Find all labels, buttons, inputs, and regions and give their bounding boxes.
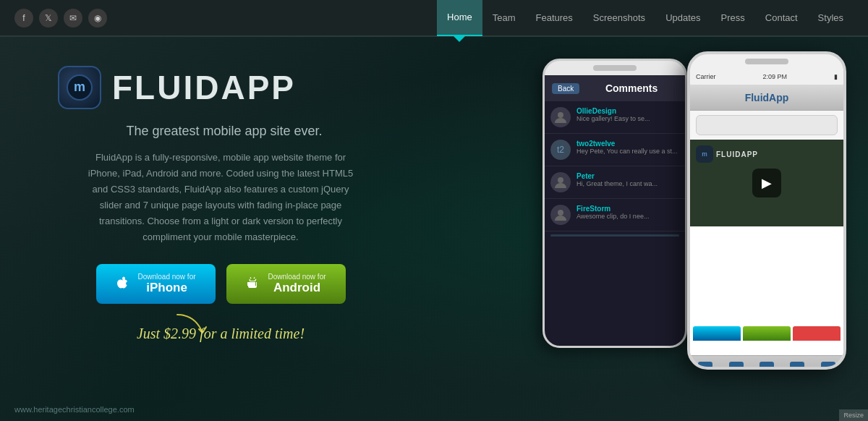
nav-active-indicator	[454, 36, 465, 42]
header: f 𝕏 ✉ ◉ Home Team Features Screenshots U…	[0, 0, 868, 37]
svg-point-4	[558, 177, 563, 183]
phone-back-screen: Back Comments OllieDesign Nice gallery! …	[545, 75, 685, 348]
nav-screenshots[interactable]: Screenshots	[583, 0, 655, 36]
main-content: m FLUIDAPP The greatest mobile app site …	[0, 37, 868, 421]
front-logo-area: m FLUIDAPP	[696, 145, 758, 163]
phone-front-screen: Carrier 2:09 PM ▮ FluidApp m FLUIDAPP ▶	[690, 69, 843, 370]
phone-back-notch	[593, 65, 637, 71]
price-note-text: Just $2.99 for a limited time!	[58, 326, 383, 342]
avatar-3	[550, 172, 571, 192]
comment-item-1: OllieDesign Nice gallery! Easy to se...	[545, 101, 685, 134]
front-app-header: FluidApp	[690, 85, 843, 111]
avatar-1	[550, 107, 571, 127]
footer-url: www.heritagechristiancollege.com	[14, 405, 135, 414]
nav-updates[interactable]: Updates	[655, 0, 710, 36]
play-button-icon[interactable]: ▶	[752, 169, 781, 197]
svg-point-2	[122, 277, 125, 281]
comment-text-3: Peter Hi, Great theme, I cant wa...	[576, 172, 679, 189]
front-app-name: FluidApp	[745, 92, 789, 103]
phone-front-mockup: Carrier 2:09 PM ▮ FluidApp m FLUIDAPP ▶	[687, 51, 846, 370]
tagline-text: The greatest mobile app site ever.	[65, 124, 383, 139]
email-icon[interactable]: ✉	[64, 9, 82, 27]
tabs-nav-icon[interactable]: ≡	[821, 362, 835, 370]
comments-screen-header: Back Comments	[545, 75, 685, 101]
nav-contact[interactable]: Contact	[755, 0, 808, 36]
resize-badge[interactable]: Resize	[839, 409, 868, 421]
twitter-icon[interactable]: 𝕏	[39, 9, 58, 27]
facebook-icon[interactable]: f	[14, 9, 33, 27]
download-buttons: Download now for iPhone Download now for…	[58, 264, 383, 304]
logo-area: m FLUIDAPP	[58, 66, 383, 109]
battery-icon: ▮	[834, 73, 838, 80]
hero-left: m FLUIDAPP The greatest mobile app site …	[0, 37, 405, 364]
ios-download-button[interactable]: Download now for iPhone	[96, 264, 216, 304]
back-button[interactable]: Back	[552, 83, 579, 94]
nav-menu: Home Team Features Screenshots Updates P…	[437, 0, 854, 36]
apple-icon	[114, 275, 131, 292]
comment-text-2: two2twelve Hey Pete, You can really use …	[576, 140, 679, 156]
nav-team[interactable]: Team	[482, 0, 526, 36]
phone-front-notch	[745, 59, 788, 64]
description-text: FluidApp is a fully-responsive, mobile a…	[83, 150, 358, 246]
app-logo-icon: m	[58, 66, 101, 109]
nav-home-wrapper: Home	[437, 0, 482, 36]
android-download-button[interactable]: Download now for Android	[226, 264, 346, 304]
phone-back-mockup: Back Comments OllieDesign Nice gallery! …	[542, 59, 687, 348]
avatar-2: t2	[550, 140, 571, 160]
comment-text-1: OllieDesign Nice gallery! Easy to se...	[576, 107, 679, 124]
ios-btn-label-small: Download now for	[138, 273, 196, 281]
social-icons-group: f 𝕏 ✉ ◉	[14, 9, 107, 27]
forward-nav-icon[interactable]: ▶	[729, 362, 744, 370]
share-nav-icon[interactable]: ↑	[760, 362, 774, 370]
android-btn-label-small: Download now for	[268, 273, 326, 281]
comments-title: Comments	[585, 82, 678, 94]
status-bar: Carrier 2:09 PM ▮	[690, 69, 843, 85]
rss-icon[interactable]: ◉	[88, 9, 107, 27]
nav-styles[interactable]: Styles	[808, 0, 854, 36]
carrier-text: Carrier	[696, 73, 716, 80]
avatar-4	[550, 205, 571, 225]
phone-mockups: Back Comments OllieDesign Nice gallery! …	[420, 37, 868, 421]
video-thumbnail[interactable]: m FLUIDAPP ▶	[690, 140, 843, 226]
svg-point-3	[558, 112, 563, 118]
front-search-bar[interactable]	[696, 115, 838, 135]
front-mini-logo-icon: m	[696, 145, 713, 163]
time-text: 2:09 PM	[762, 73, 787, 80]
nav-home[interactable]: Home	[437, 0, 482, 36]
android-icon	[244, 275, 261, 292]
scroll-indicator	[550, 234, 679, 237]
comment-item-2: t2 two2twelve Hey Pete, You can really u…	[545, 134, 685, 166]
ios-btn-label-big: iPhone	[138, 281, 196, 295]
back-nav-icon[interactable]: ◀	[698, 362, 712, 370]
comment-text-4: FireStorm Awesome clip, do I nee...	[576, 205, 679, 221]
bookmark-nav-icon[interactable]: ⊞	[790, 362, 804, 370]
svg-point-5	[558, 210, 563, 216]
nav-press[interactable]: Press	[711, 0, 755, 36]
nav-features[interactable]: Features	[526, 0, 583, 36]
comment-item-4: FireStorm Awesome clip, do I nee...	[545, 199, 685, 231]
front-bottom-nav: ◀ ▶ ↑ ⊞ ≡	[690, 355, 843, 370]
svg-text:m: m	[74, 80, 85, 94]
color-bars	[693, 319, 841, 341]
front-content-area	[690, 226, 843, 355]
app-name-text: FLUIDAPP	[112, 68, 296, 107]
android-btn-label-big: Android	[268, 281, 326, 295]
front-app-text: FLUIDAPP	[716, 150, 758, 158]
comment-item-3: Peter Hi, Great theme, I cant wa...	[545, 166, 685, 199]
